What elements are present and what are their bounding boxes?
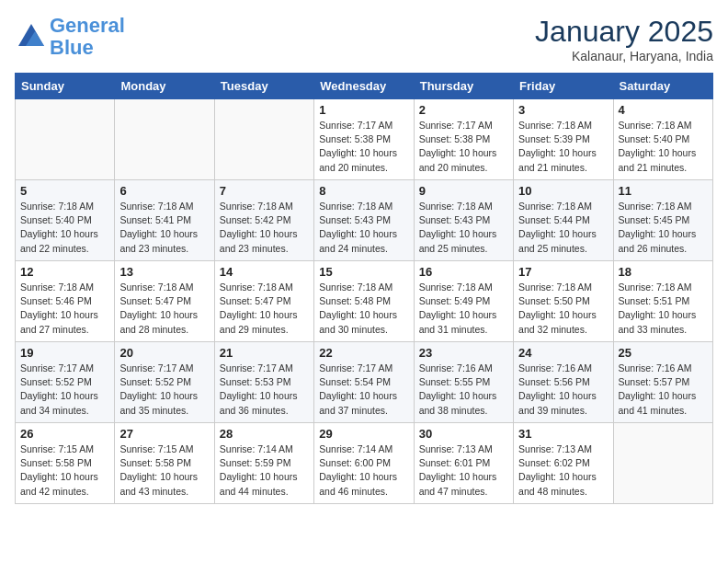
day-cell: 7Sunrise: 7:18 AMSunset: 5:42 PMDaylight…: [214, 180, 313, 261]
day-number: 3: [518, 103, 608, 117]
weekday-header-row: SundayMondayTuesdayWednesdayThursdayFrid…: [16, 74, 713, 99]
day-number: 24: [518, 346, 608, 360]
weekday-header-saturday: Saturday: [613, 74, 712, 99]
day-cell: 23Sunrise: 7:16 AMSunset: 5:55 PMDayligh…: [414, 342, 513, 423]
day-number: 6: [119, 184, 209, 198]
day-cell: 2Sunrise: 7:17 AMSunset: 5:38 PMDaylight…: [414, 99, 513, 180]
logo-text: General Blue: [50, 15, 125, 59]
day-cell: 24Sunrise: 7:16 AMSunset: 5:56 PMDayligh…: [514, 342, 613, 423]
day-cell: 31Sunrise: 7:13 AMSunset: 6:02 PMDayligh…: [514, 423, 613, 504]
month-title: January 2025: [535, 15, 713, 49]
day-number: 18: [619, 265, 708, 279]
day-cell: 15Sunrise: 7:18 AMSunset: 5:48 PMDayligh…: [314, 261, 414, 342]
day-info: Sunrise: 7:18 AMSunset: 5:45 PMDaylight:…: [619, 200, 708, 256]
day-info: Sunrise: 7:14 AMSunset: 6:00 PMDaylight:…: [319, 442, 408, 499]
day-info: Sunrise: 7:18 AMSunset: 5:47 PMDaylight:…: [119, 281, 209, 337]
day-cell: 18Sunrise: 7:18 AMSunset: 5:51 PMDayligh…: [613, 261, 712, 342]
day-info: Sunrise: 7:17 AMSunset: 5:53 PMDaylight:…: [220, 362, 309, 418]
day-number: 22: [319, 346, 408, 360]
day-info: Sunrise: 7:14 AMSunset: 5:59 PMDaylight:…: [220, 442, 309, 499]
day-info: Sunrise: 7:16 AMSunset: 5:55 PMDaylight:…: [419, 362, 508, 418]
day-cell: 26Sunrise: 7:15 AMSunset: 5:58 PMDayligh…: [16, 423, 115, 504]
logo: General Blue: [15, 15, 125, 59]
week-row-3: 12Sunrise: 7:18 AMSunset: 5:46 PMDayligh…: [16, 261, 713, 342]
day-info: Sunrise: 7:17 AMSunset: 5:38 PMDaylight:…: [319, 119, 408, 175]
day-info: Sunrise: 7:15 AMSunset: 5:58 PMDaylight:…: [119, 442, 209, 499]
day-number: 15: [319, 265, 408, 279]
day-number: 29: [319, 427, 408, 441]
weekday-header-thursday: Thursday: [414, 74, 513, 99]
week-row-5: 26Sunrise: 7:15 AMSunset: 5:58 PMDayligh…: [16, 423, 713, 504]
day-info: Sunrise: 7:17 AMSunset: 5:54 PMDaylight:…: [319, 362, 408, 418]
day-cell: 30Sunrise: 7:13 AMSunset: 6:01 PMDayligh…: [414, 423, 513, 504]
day-cell: [16, 99, 115, 180]
day-cell: 12Sunrise: 7:18 AMSunset: 5:46 PMDayligh…: [16, 261, 115, 342]
day-info: Sunrise: 7:18 AMSunset: 5:42 PMDaylight:…: [220, 200, 309, 256]
day-info: Sunrise: 7:18 AMSunset: 5:49 PMDaylight:…: [419, 281, 508, 337]
title-block: January 2025 Kalanaur, Haryana, India: [535, 15, 713, 63]
day-info: Sunrise: 7:18 AMSunset: 5:46 PMDaylight:…: [20, 281, 109, 337]
day-info: Sunrise: 7:17 AMSunset: 5:52 PMDaylight:…: [119, 362, 209, 418]
day-number: 7: [220, 184, 309, 198]
day-info: Sunrise: 7:13 AMSunset: 6:01 PMDaylight:…: [419, 442, 508, 499]
day-info: Sunrise: 7:18 AMSunset: 5:47 PMDaylight:…: [220, 281, 309, 337]
day-info: Sunrise: 7:18 AMSunset: 5:41 PMDaylight:…: [119, 200, 209, 256]
logo-line1: General: [50, 14, 125, 37]
day-cell: 3Sunrise: 7:18 AMSunset: 5:39 PMDaylight…: [514, 99, 613, 180]
day-number: 2: [419, 103, 508, 117]
day-info: Sunrise: 7:18 AMSunset: 5:40 PMDaylight:…: [619, 119, 708, 175]
day-number: 14: [220, 265, 309, 279]
day-cell: 22Sunrise: 7:17 AMSunset: 5:54 PMDayligh…: [314, 342, 414, 423]
day-info: Sunrise: 7:17 AMSunset: 5:52 PMDaylight:…: [20, 362, 109, 418]
day-number: 5: [20, 184, 109, 198]
day-info: Sunrise: 7:18 AMSunset: 5:48 PMDaylight:…: [319, 281, 408, 337]
day-cell: 8Sunrise: 7:18 AMSunset: 5:43 PMDaylight…: [314, 180, 414, 261]
day-cell: 9Sunrise: 7:18 AMSunset: 5:43 PMDaylight…: [414, 180, 513, 261]
day-number: 1: [319, 103, 408, 117]
day-number: 25: [619, 346, 708, 360]
day-cell: 29Sunrise: 7:14 AMSunset: 6:00 PMDayligh…: [314, 423, 414, 504]
day-number: 21: [220, 346, 309, 360]
day-info: Sunrise: 7:13 AMSunset: 6:02 PMDaylight:…: [518, 442, 608, 499]
weekday-header-friday: Friday: [514, 74, 613, 99]
day-cell: 27Sunrise: 7:15 AMSunset: 5:58 PMDayligh…: [115, 423, 214, 504]
day-info: Sunrise: 7:18 AMSunset: 5:39 PMDaylight:…: [518, 119, 608, 175]
week-row-1: 1Sunrise: 7:17 AMSunset: 5:38 PMDaylight…: [16, 99, 713, 180]
day-cell: 19Sunrise: 7:17 AMSunset: 5:52 PMDayligh…: [16, 342, 115, 423]
logo-icon: [15, 20, 48, 53]
day-info: Sunrise: 7:15 AMSunset: 5:58 PMDaylight:…: [20, 442, 109, 499]
day-info: Sunrise: 7:18 AMSunset: 5:44 PMDaylight:…: [518, 200, 608, 256]
day-info: Sunrise: 7:16 AMSunset: 5:57 PMDaylight:…: [619, 362, 708, 418]
week-row-4: 19Sunrise: 7:17 AMSunset: 5:52 PMDayligh…: [16, 342, 713, 423]
day-number: 20: [119, 346, 209, 360]
day-number: 23: [419, 346, 508, 360]
day-number: 27: [119, 427, 209, 441]
day-cell: 17Sunrise: 7:18 AMSunset: 5:50 PMDayligh…: [514, 261, 613, 342]
day-info: Sunrise: 7:17 AMSunset: 5:38 PMDaylight:…: [419, 119, 508, 175]
day-number: 4: [619, 103, 708, 117]
weekday-header-sunday: Sunday: [16, 74, 115, 99]
day-info: Sunrise: 7:18 AMSunset: 5:51 PMDaylight:…: [619, 281, 708, 337]
calendar: SundayMondayTuesdayWednesdayThursdayFrid…: [15, 73, 713, 504]
location: Kalanaur, Haryana, India: [535, 49, 713, 63]
day-number: 12: [20, 265, 109, 279]
day-number: 31: [518, 427, 608, 441]
day-cell: 11Sunrise: 7:18 AMSunset: 5:45 PMDayligh…: [613, 180, 712, 261]
day-cell: 25Sunrise: 7:16 AMSunset: 5:57 PMDayligh…: [613, 342, 712, 423]
day-cell: 1Sunrise: 7:17 AMSunset: 5:38 PMDaylight…: [314, 99, 414, 180]
day-number: 16: [419, 265, 508, 279]
day-info: Sunrise: 7:18 AMSunset: 5:40 PMDaylight:…: [20, 200, 109, 256]
day-info: Sunrise: 7:18 AMSunset: 5:50 PMDaylight:…: [518, 281, 608, 337]
day-cell: 6Sunrise: 7:18 AMSunset: 5:41 PMDaylight…: [115, 180, 214, 261]
day-number: 26: [20, 427, 109, 441]
day-cell: [115, 99, 214, 180]
day-number: 19: [20, 346, 109, 360]
weekday-header-tuesday: Tuesday: [214, 74, 313, 99]
day-info: Sunrise: 7:16 AMSunset: 5:56 PMDaylight:…: [518, 362, 608, 418]
day-info: Sunrise: 7:18 AMSunset: 5:43 PMDaylight:…: [319, 200, 408, 256]
header: General Blue January 2025 Kalanaur, Hary…: [15, 15, 713, 63]
day-number: 13: [119, 265, 209, 279]
day-number: 10: [518, 184, 608, 198]
day-cell: 10Sunrise: 7:18 AMSunset: 5:44 PMDayligh…: [514, 180, 613, 261]
day-cell: [214, 99, 313, 180]
